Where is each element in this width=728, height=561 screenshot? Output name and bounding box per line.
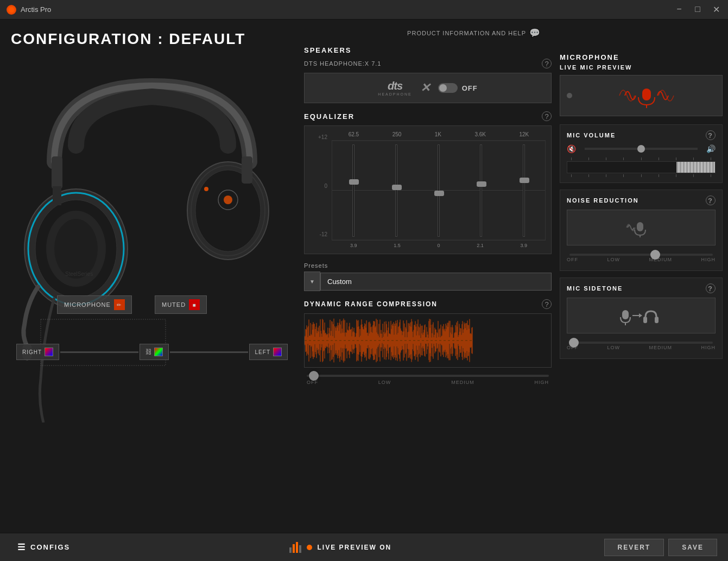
config-title: CONFIGURATION : DEFAULT [11, 30, 293, 48]
left-color-swatch [273, 348, 282, 356]
sidetone-medium: MEDIUM [649, 345, 672, 350]
noise-level-labels: OFF LOW MEDIUM HIGH [567, 257, 716, 262]
vol-slider-track[interactable] [585, 148, 698, 150]
mic-main-title: MICROPHONE [560, 53, 723, 61]
product-info-label: PRODUCT INFORMATION AND HELP [407, 30, 526, 36]
eq-thumb-0[interactable] [349, 179, 359, 185]
eq-thumb-2[interactable] [434, 191, 444, 196]
vol-bar-fill [676, 162, 715, 173]
eq-band-0[interactable] [332, 141, 375, 240]
eq-track-3[interactable] [480, 144, 482, 237]
mic-vol-help[interactable]: ? [706, 130, 716, 140]
drc-slider-thumb[interactable] [309, 371, 319, 381]
tick [623, 174, 624, 177]
mic-edit-icon: ✏ [114, 299, 125, 310]
eq-thumb-4[interactable] [520, 178, 529, 183]
live-bar-4 [299, 545, 301, 553]
drc-title: DYNAMIC RANGE COMPRESSION [304, 300, 438, 308]
sidetone-help[interactable]: ? [706, 283, 716, 293]
eq-header: EQUALIZER ? [304, 111, 552, 121]
preset-dropdown[interactable]: Custom [320, 273, 552, 291]
eq-container: +12 0 -12 62.5 250 1K 3.6K 12K [304, 125, 552, 254]
eq-track-0[interactable] [352, 144, 354, 237]
dts-text: dts [388, 80, 402, 92]
noise-help[interactable]: ? [706, 196, 716, 205]
right-panels: PRODUCT INFORMATION AND HELP 💬 SPEAKERS … [304, 20, 728, 533]
eq-band-2[interactable] [417, 141, 460, 240]
help-icon: 💬 [529, 28, 541, 38]
live-preview-btn[interactable] [560, 75, 723, 116]
tick [711, 157, 711, 160]
left-color-slider-track[interactable] [170, 351, 248, 353]
right-color-btn[interactable]: RIGHT [16, 344, 59, 360]
vol-loud-icon: 🔊 [706, 144, 716, 153]
left-label: LEFT [255, 349, 270, 355]
link-colors-btn[interactable]: ⛓ [140, 344, 169, 360]
preset-dropdown-arrow[interactable]: ▼ [304, 272, 320, 291]
eq-band-3[interactable] [460, 141, 502, 240]
dts-button[interactable]: dts HEADPHONE ✕ OFF [304, 73, 552, 103]
eq-val-0: 3.9 [350, 243, 357, 248]
drc-help-btn[interactable]: ? [542, 299, 552, 309]
live-bar-1 [289, 547, 292, 553]
sidetone-slider-thumb[interactable] [569, 338, 579, 348]
toggle-track [438, 83, 458, 93]
vol-ticks-below [567, 174, 716, 177]
live-preview-section: LIVE MIC PREVIEW [560, 64, 723, 116]
product-info-link[interactable]: PRODUCT INFORMATION AND HELP 💬 [304, 28, 546, 38]
dts-toggle[interactable]: OFF [438, 83, 478, 93]
close-button[interactable]: ✕ [711, 4, 721, 15]
eq-freq-1: 250 [393, 131, 402, 137]
eq-thumb-1[interactable] [392, 185, 402, 190]
live-bar-2 [293, 544, 295, 553]
noise-slider-thumb[interactable] [650, 250, 660, 260]
noise-btn[interactable] [567, 210, 716, 245]
muted-annotation[interactable]: MUTED ■ [155, 295, 207, 314]
titlebar-controls: − □ ✕ [674, 4, 721, 15]
configs-button[interactable]: ☰ CONFIGS [11, 538, 77, 557]
live-preview-indicator: LIVE PREVIEW ON [289, 542, 392, 553]
tick [588, 157, 589, 160]
noise-reduction-section: NOISE REDUCTION ? [560, 190, 723, 271]
left-color-btn[interactable]: LEFT [249, 344, 288, 360]
eq-track-1[interactable] [395, 144, 397, 237]
sidetone-btn[interactable] [567, 298, 716, 333]
svg-rect-21 [622, 310, 629, 319]
save-button[interactable]: SAVE [668, 539, 717, 556]
live-preview-label: LIVE MIC PREVIEW [560, 64, 632, 71]
eq-thumb-3[interactable] [477, 181, 486, 187]
dts-toggle-label: OFF [462, 84, 478, 92]
waveform-canvas [305, 314, 473, 367]
bottom-right-buttons: REVERT SAVE [604, 539, 717, 556]
vol-mute-icon: 🔇 [567, 144, 576, 153]
noise-slider-container: OFF LOW MEDIUM HIGH [567, 251, 716, 265]
eq-band-1[interactable] [375, 141, 417, 240]
right-label: RIGHT [22, 349, 42, 355]
minimize-button[interactable]: − [674, 4, 685, 15]
tick [693, 157, 694, 160]
microphone-annotation[interactable]: MICROPHONE ✏ [57, 295, 132, 314]
preset-value: Custom [327, 278, 352, 286]
maximize-button[interactable]: □ [692, 4, 703, 15]
eq-track-4[interactable] [523, 144, 525, 237]
eq-help-btn[interactable]: ? [542, 111, 552, 121]
eq-track-2[interactable] [438, 144, 440, 237]
eq-freq-2: 1K [435, 131, 441, 137]
sidetone-level-labels: OFF LOW MEDIUM HIGH [567, 345, 716, 350]
live-preview-text: LIVE PREVIEW ON [318, 544, 392, 551]
tick [693, 174, 694, 177]
drc-slider-track[interactable] [307, 375, 549, 377]
bottom-bar: ☰ CONFIGS LIVE PREVIEW ON REVERT SAVE [0, 533, 728, 561]
noise-slider-track[interactable] [569, 254, 713, 256]
vol-slider-thumb[interactable] [637, 145, 645, 153]
noise-low: LOW [607, 257, 620, 262]
right-color-slider-track[interactable] [60, 351, 138, 353]
drc-slider-row [304, 372, 552, 378]
svg-rect-17 [642, 89, 651, 100]
dts-help-btn[interactable]: ? [542, 59, 552, 68]
revert-button[interactable]: REVERT [604, 539, 664, 556]
sidetone-slider-track[interactable] [569, 342, 713, 344]
color-controls-row: RIGHT ⛓ LEFT [16, 344, 288, 360]
eq-band-4[interactable] [503, 141, 545, 240]
svg-rect-12 [53, 186, 61, 205]
